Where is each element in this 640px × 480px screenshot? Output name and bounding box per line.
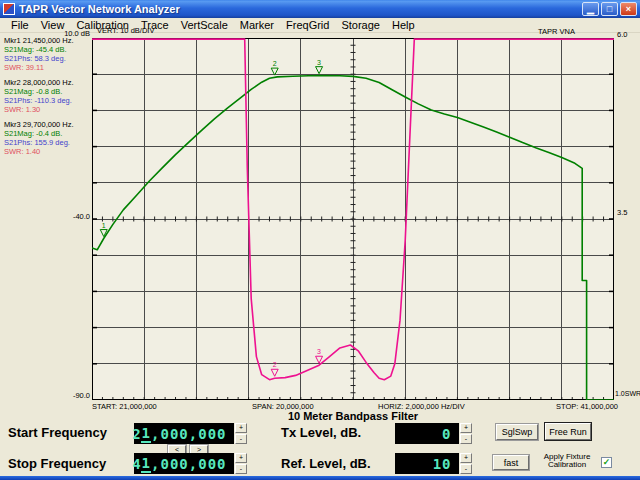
start-frequency-label: Start Frequency [8,425,107,440]
brand-label: TAPR VNA [538,27,575,36]
marker3-s21mag: S21Mag: -0.4 dB. [4,129,90,138]
marker1-readout: Mkr1 21,450,000 Hz. S21Mag: -45.4 dB. S2… [4,36,90,72]
start-frequency-field[interactable]: 21,000,000 [134,423,234,444]
svg-text:3: 3 [317,59,321,66]
chart-caption: 10 Meter Bandpass Filter [92,410,614,422]
apply-fixture-label-line2: Calibration [536,461,598,469]
stop-frequency-label: Stop Frequency [8,456,106,471]
app-icon [3,3,15,15]
stop-frequency-field[interactable]: 41,000,000 [134,453,234,474]
tx-level-increment-button[interactable]: + [460,423,472,433]
marker3-readout: Mkr3 29,700,000 Hz. S21Mag: -0.4 dB. S21… [4,120,90,156]
marker3-title: Mkr3 29,700,000 Hz. [4,120,90,129]
tx-level-spinner: + - [460,423,472,444]
tx-level-label: Tx Level, dB. [281,425,361,440]
marker-readout-panel: Mkr1 21,450,000 Hz. S21Mag: -45.4 dB. S2… [4,36,90,162]
swr-axis-mid-label: 3.5 [617,208,627,217]
menu-help[interactable]: Help [386,19,421,31]
svg-text:2: 2 [273,60,277,67]
stop-frequency-increment-button[interactable]: + [235,453,247,463]
window-title: TAPR Vector Network Analyzer [19,3,582,15]
menu-marker[interactable]: Marker [234,19,280,31]
title-bar[interactable]: TAPR Vector Network Analyzer ▁ □ × [0,0,640,18]
marker1-swr: SWR: 39.11 [4,63,90,72]
svg-text:1: 1 [102,222,106,229]
marker1-s21phs: S21Phs: 58.3 deg. [4,54,90,63]
ref-level-spinner: + - [460,453,472,474]
svg-text:2: 2 [273,361,277,368]
window-bottom-border [0,476,640,480]
apply-fixture-label: Apply Fixture Calibration [536,453,598,469]
marker2-title: Mkr2 28,000,000 Hz. [4,78,90,87]
window-controls: ▁ □ × [582,2,637,16]
fast-button[interactable]: fast [493,455,529,470]
free-run-button[interactable]: Free Run [545,423,591,440]
start-frequency-spinner: + - [235,423,247,444]
chart-canvas: 12323 [92,38,614,400]
menu-file[interactable]: File [5,19,35,31]
tx-level-decrement-button[interactable]: - [460,434,472,444]
ref-level-field[interactable]: 10 [395,453,459,474]
menu-storage[interactable]: Storage [335,19,386,31]
marker2-swr: SWR: 1.30 [4,105,90,114]
svg-text:3: 3 [317,348,321,355]
db-axis-mid-label: -40.0 [58,212,90,221]
single-sweep-button[interactable]: SglSwp [496,424,538,440]
marker3-s21phs: S21Phs: 155.9 deg. [4,138,90,147]
app-window: TAPR Vector Network Analyzer ▁ □ × File … [0,0,640,480]
start-frequency-increment-button[interactable]: + [235,423,247,433]
menu-vertscale[interactable]: VertScale [175,19,234,31]
marker2-s21mag: S21Mag: -0.8 dB. [4,87,90,96]
marker2-readout: Mkr2 28,000,000 Hz. S21Mag: -0.8 dB. S21… [4,78,90,114]
swr-axis-top-label: 6.0 [617,30,627,39]
apply-fixture-checkbox[interactable]: ✓ [601,457,612,468]
close-button[interactable]: × [620,2,637,16]
vert-scale-label: VERT: 10 dB/DIV [97,26,154,35]
maximize-button[interactable]: □ [601,2,618,16]
stop-frequency-spinner: + - [235,453,247,474]
tx-level-field[interactable]: 0 [395,423,459,444]
ref-level-decrement-button[interactable]: - [460,464,472,474]
start-frequency-decrement-button[interactable]: - [235,434,247,444]
swr-axis-bottom-label: 1.0SWR [615,390,640,397]
stop-frequency-decrement-button[interactable]: - [235,464,247,474]
plot-area[interactable]: 12323 [92,38,614,400]
menu-freqgrid[interactable]: FreqGrid [280,19,335,31]
ref-level-increment-button[interactable]: + [460,453,472,463]
marker1-s21mag: S21Mag: -45.4 dB. [4,45,90,54]
marker2-s21phs: S21Phs: -110.3 deg. [4,96,90,105]
marker3-swr: SWR: 1.40 [4,147,90,156]
minimize-button[interactable]: ▁ [582,2,599,16]
db-axis-top-label: 10.0 dB [48,29,90,38]
ref-level-label: Ref. Level, dB. [281,456,371,471]
db-axis-bottom-label: -90.0 [56,391,90,400]
